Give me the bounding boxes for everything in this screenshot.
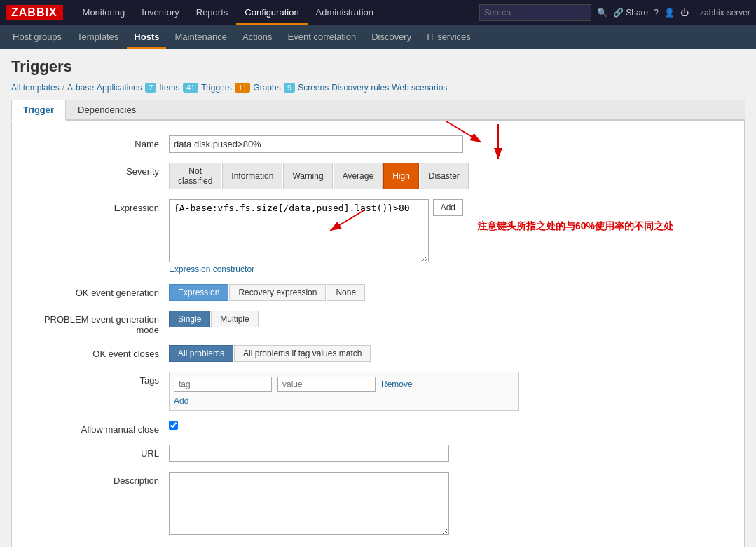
expression-constructor-link[interactable]: Expression constructor [169, 264, 463, 274]
ok-closes-control: All problems All problems if tag values … [169, 345, 463, 362]
svg-line-5 [330, 210, 365, 231]
add-tag-link[interactable]: Add [174, 396, 514, 406]
breadcrumb-items[interactable]: Items 41 [159, 83, 198, 93]
tags-input-row: Remove [174, 377, 514, 392]
page-title: Triggers [11, 58, 745, 76]
nav-reports[interactable]: Reports [188, 0, 237, 25]
tab-dependencies[interactable]: Dependencies [66, 100, 148, 119]
ok-closes-label: OK event closes [29, 345, 169, 359]
allow-manual-label: Allow manual close [29, 421, 169, 435]
ok-closes-all[interactable]: All problems [169, 345, 233, 362]
description-row: Description [29, 472, 727, 537]
breadcrumb-discovery-rules[interactable]: Discovery rules [331, 83, 389, 93]
ok-event-control: Expression Recovery expression None [169, 284, 463, 301]
problem-mode-multiple[interactable]: Multiple [211, 311, 258, 327]
form-tabs: Trigger Dependencies [11, 100, 745, 121]
problem-mode-label: PROBLEM event generation mode [29, 311, 169, 335]
nav-monitoring[interactable]: Monitoring [74, 0, 134, 25]
breadcrumb-sep-1: / [62, 83, 64, 93]
tag-value-input[interactable] [277, 377, 376, 392]
severity-disaster[interactable]: Disaster [420, 163, 469, 189]
nav-inventory[interactable]: Inventory [133, 0, 187, 25]
severity-label: Severity [29, 163, 169, 177]
nav-configuration[interactable]: Configuration [236, 0, 307, 25]
tag-name-input[interactable] [174, 377, 272, 392]
zabbix-logo: ZABBIX [6, 5, 63, 20]
problem-mode-single[interactable]: Single [169, 311, 210, 327]
applications-badge: 7 [145, 83, 156, 93]
expression-textarea[interactable]: {A-base:vfs.fs.size[/data,pused].last()}… [169, 199, 429, 262]
ok-event-label: OK event generation [29, 284, 169, 298]
subnav-templates[interactable]: Templates [70, 25, 125, 49]
name-input[interactable] [169, 135, 463, 153]
form-area: Name Severity No [11, 121, 745, 547]
name-control [169, 135, 463, 153]
help-icon[interactable]: ? [654, 8, 659, 18]
user-icon[interactable]: 👤 [664, 8, 675, 18]
top-navigation: ZABBIX Monitoring Inventory Reports Conf… [0, 0, 756, 25]
server-name: zabbix-server [700, 8, 750, 18]
breadcrumb-all-templates[interactable]: All templates [11, 83, 60, 93]
expression-add-button[interactable]: Add [433, 199, 463, 216]
ok-event-group: Expression Recovery expression None [169, 284, 463, 301]
expression-row: Expression {A-base:vfs.fs.size[/data,pus… [29, 199, 727, 274]
subnav-discovery[interactable]: Discovery [364, 25, 418, 49]
expression-arrow [316, 206, 372, 243]
subnav-it-services[interactable]: IT services [420, 25, 478, 49]
breadcrumb-triggers[interactable]: Triggers 11 [201, 83, 250, 93]
severity-not-classified[interactable]: Not classified [169, 163, 221, 189]
expression-arrow-svg [316, 206, 372, 241]
search-icon: 🔍 [597, 8, 607, 18]
ok-event-recovery[interactable]: Recovery expression [229, 284, 326, 301]
url-input[interactable] [169, 445, 449, 462]
subnav-host-groups[interactable]: Host groups [6, 25, 69, 49]
allow-manual-row: Allow manual close [29, 421, 727, 435]
expression-label: Expression [29, 199, 169, 213]
severity-high[interactable]: High [383, 163, 419, 189]
ok-event-expression[interactable]: Expression [169, 284, 228, 301]
severity-information[interactable]: Information [222, 163, 282, 189]
subnav-event-correlation[interactable]: Event correlation [281, 25, 364, 49]
severity-arrow-svg [470, 121, 526, 177]
name-label: Name [29, 135, 169, 149]
url-label: URL [29, 445, 169, 459]
ok-closes-tag-match[interactable]: All problems if tag values match [234, 345, 371, 362]
tab-trigger[interactable]: Trigger [11, 100, 66, 121]
url-row: URL [29, 445, 727, 462]
subnav-actions[interactable]: Actions [235, 25, 280, 49]
breadcrumb-web-scenarios[interactable]: Web scenarios [392, 83, 447, 93]
ok-event-none[interactable]: None [327, 284, 365, 301]
nav-administration[interactable]: Administration [308, 0, 382, 25]
breadcrumb-applications[interactable]: Applications 7 [97, 83, 156, 93]
description-textarea[interactable] [169, 472, 449, 535]
problem-mode-row: PROBLEM event generation mode Single Mul… [29, 311, 727, 335]
breadcrumb-screens[interactable]: Screens [298, 83, 329, 93]
description-control [169, 472, 463, 537]
search-input[interactable] [479, 4, 591, 21]
subnav-maintenance[interactable]: Maintenance [167, 25, 233, 49]
subnav-hosts[interactable]: Hosts [127, 25, 166, 49]
severity-average[interactable]: Average [334, 163, 383, 189]
severity-group: Not classified Information Warning Avera… [169, 163, 463, 189]
chinese-annotation: 注意键头所指之处的与60%使用率的不同之处 [477, 220, 673, 233]
tags-row: Tags Remove Add [29, 372, 727, 411]
allow-manual-checkbox[interactable] [169, 421, 178, 430]
items-badge: 41 [183, 83, 198, 93]
name-row: Name [29, 135, 727, 153]
top-nav-links: Monitoring Inventory Reports Configurati… [74, 0, 479, 25]
page-content: Triggers All templates / A-base Applicat… [0, 49, 756, 547]
triggers-badge: 11 [235, 83, 250, 93]
tags-control: Remove Add [169, 372, 519, 411]
breadcrumb-a-base[interactable]: A-base [67, 83, 94, 93]
ok-closes-group: All problems All problems if tag values … [169, 345, 463, 362]
problem-mode-group: Single Multiple [169, 311, 463, 327]
breadcrumb: All templates / A-base Applications 7 It… [11, 83, 745, 93]
ok-closes-row: OK event closes All problems All problem… [29, 345, 727, 362]
share-icon[interactable]: 🔗 Share [613, 8, 648, 18]
breadcrumb-graphs[interactable]: Graphs 9 [253, 83, 295, 93]
power-icon[interactable]: ⏻ [680, 8, 689, 18]
remove-tag-link[interactable]: Remove [381, 379, 413, 389]
tags-label: Tags [29, 372, 169, 386]
top-nav-right: 🔍 🔗 Share ? 👤 ⏻ zabbix-server [479, 4, 750, 21]
severity-warning[interactable]: Warning [283, 163, 332, 189]
